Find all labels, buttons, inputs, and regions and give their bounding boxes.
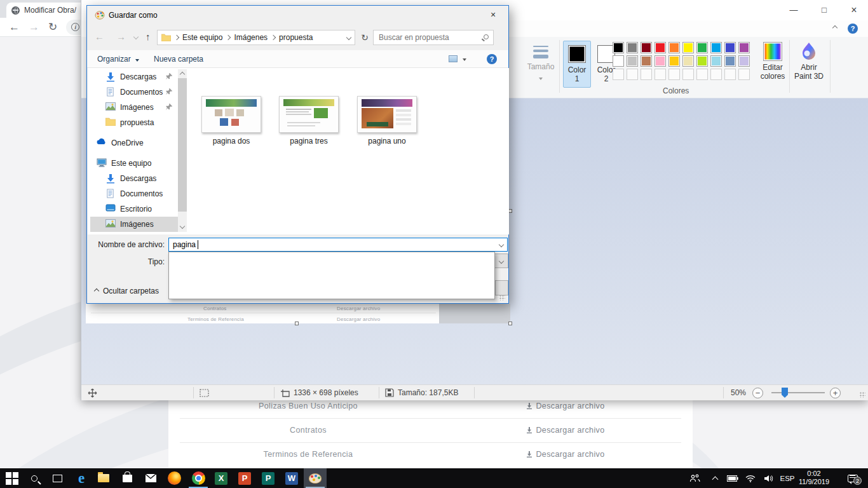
- nav-scrollbar[interactable]: [178, 69, 187, 232]
- taskbar-excel[interactable]: X: [210, 468, 233, 488]
- file-item-pagina-tres[interactable]: pagina tres: [271, 96, 347, 146]
- zoom-out-button[interactable]: −: [752, 385, 763, 400]
- save-button-edge[interactable]: [495, 280, 508, 295]
- breadcrumb-item[interactable]: propuesta: [279, 33, 313, 42]
- refresh-button[interactable]: ↻: [358, 30, 372, 45]
- taskbar-mail[interactable]: [139, 468, 162, 488]
- palette-color[interactable]: [710, 55, 722, 67]
- zoom-in-button[interactable]: +: [830, 385, 841, 400]
- zoom-slider-thumb[interactable]: [782, 388, 788, 398]
- canvas-resize-handle[interactable]: [295, 322, 299, 325]
- palette-color[interactable]: [738, 55, 750, 67]
- download-link[interactable]: Descargar archivo: [467, 450, 664, 459]
- palette-color[interactable]: [738, 42, 750, 53]
- palette-color[interactable]: [641, 55, 652, 67]
- close-icon[interactable]: ×: [480, 6, 506, 24]
- scroll-up-icon[interactable]: [180, 72, 185, 77]
- palette-color[interactable]: [627, 42, 638, 53]
- palette-color[interactable]: [627, 55, 638, 67]
- breadcrumb[interactable]: Este equipo Imágenes propuesta: [157, 30, 355, 45]
- address-dropdown-icon[interactable]: [346, 35, 351, 40]
- action-center-button[interactable]: 2: [843, 468, 863, 488]
- taskbar-file-explorer[interactable]: [92, 468, 115, 488]
- palette-color[interactable]: [654, 42, 666, 53]
- palette-color[interactable]: [641, 42, 652, 53]
- tray-clock[interactable]: 0:02 11/9/2019: [791, 470, 837, 486]
- organize-button[interactable]: Organizar: [97, 55, 139, 64]
- palette-color[interactable]: [668, 55, 680, 67]
- breadcrumb-item[interactable]: Este equipo: [182, 33, 222, 42]
- filename-dropdown-icon[interactable]: [499, 242, 504, 247]
- sidebar-item-este-equipo[interactable]: Este equipo: [90, 156, 179, 171]
- filename-input[interactable]: pagina: [168, 238, 508, 252]
- download-link[interactable]: Descargar archivo: [467, 402, 664, 410]
- sidebar-item-onedrive[interactable]: OneDrive: [90, 135, 179, 151]
- browser-back-button[interactable]: ←: [9, 22, 20, 32]
- help-icon[interactable]: ?: [848, 24, 858, 34]
- new-folder-button[interactable]: Nueva carpeta: [154, 55, 203, 64]
- browser-reload-button[interactable]: ↻: [48, 22, 57, 32]
- palette-color[interactable]: [682, 55, 694, 67]
- palette-empty-cell[interactable]: [724, 69, 736, 80]
- task-view-button[interactable]: [46, 468, 69, 488]
- up-button[interactable]: ↑: [146, 31, 151, 42]
- taskbar-powerpoint[interactable]: P: [233, 468, 256, 488]
- palette-empty-cell[interactable]: [627, 69, 638, 80]
- minimize-button[interactable]: —: [779, 0, 808, 20]
- scroll-down-icon[interactable]: [180, 224, 185, 229]
- hide-folders-button[interactable]: Ocultar carpetas: [95, 287, 159, 295]
- download-link[interactable]: Descargar archivo: [467, 426, 664, 435]
- tray-volume[interactable]: [760, 468, 776, 488]
- sidebar-item-imagenes-2[interactable]: Imágenes: [90, 217, 179, 232]
- sidebar-item-imagenes[interactable]: Imágenes: [90, 100, 179, 115]
- scrollbar-thumb[interactable]: [178, 78, 187, 212]
- collapse-ribbon-icon[interactable]: [832, 25, 837, 30]
- view-mode-button[interactable]: [449, 54, 468, 64]
- palette-empty-cell[interactable]: [613, 69, 624, 80]
- sidebar-item-documentos-2[interactable]: Documentos: [90, 186, 179, 201]
- palette-empty-cell[interactable]: [668, 69, 680, 80]
- page-info-icon[interactable]: i: [71, 23, 79, 31]
- dialog-help-icon[interactable]: ?: [487, 54, 497, 64]
- taskbar-paint[interactable]: [304, 468, 327, 488]
- taskbar-word[interactable]: W: [280, 468, 303, 488]
- taskbar-search-button[interactable]: [23, 468, 46, 488]
- palette-empty-cell[interactable]: [696, 69, 708, 80]
- palette-color[interactable]: [682, 42, 694, 53]
- forward-button[interactable]: →: [116, 31, 126, 42]
- open-paint3d-button[interactable]: Abrir Paint 3D: [790, 42, 827, 93]
- window-resize-grip[interactable]: [860, 392, 865, 398]
- tray-network[interactable]: [742, 468, 759, 488]
- palette-color[interactable]: [613, 55, 624, 67]
- palette-color[interactable]: [613, 42, 624, 53]
- taskbar-chrome[interactable]: [187, 468, 210, 488]
- file-item-pagina-dos[interactable]: pagina dos: [193, 96, 269, 146]
- taskbar-publisher[interactable]: P: [257, 468, 280, 488]
- dialog-resize-grip[interactable]: [499, 295, 505, 301]
- palette-color[interactable]: [668, 42, 680, 53]
- taskbar-edge[interactable]: e: [70, 468, 93, 488]
- size-button[interactable]: Tamaño: [525, 41, 557, 93]
- filetype-dropdown-button[interactable]: [494, 254, 508, 268]
- sidebar-item-descargas[interactable]: Descargas: [90, 69, 179, 85]
- maximize-button[interactable]: □: [810, 0, 839, 20]
- palette-color[interactable]: [710, 42, 722, 53]
- palette-empty-cell[interactable]: [654, 69, 666, 80]
- canvas-resize-handle[interactable]: [508, 322, 512, 325]
- color1-button[interactable]: Color 1: [563, 41, 591, 88]
- close-icon[interactable]: ×: [839, 0, 868, 20]
- file-item-pagina-uno[interactable]: pagina uno: [349, 96, 425, 146]
- zoom-slider-track[interactable]: [771, 392, 825, 393]
- palette-color[interactable]: [724, 42, 736, 53]
- start-button[interactable]: [0, 468, 23, 488]
- palette-color[interactable]: [696, 55, 708, 67]
- edit-colors-button[interactable]: Editar colores: [756, 42, 789, 92]
- palette-empty-cell[interactable]: [682, 69, 694, 80]
- sidebar-item-documentos[interactable]: Documentos: [90, 85, 179, 100]
- sidebar-item-escritorio[interactable]: Escritorio: [90, 201, 179, 217]
- back-button[interactable]: ←: [95, 31, 104, 42]
- breadcrumb-item[interactable]: Imágenes: [234, 33, 268, 42]
- palette-color[interactable]: [724, 55, 736, 67]
- palette-empty-cell[interactable]: [738, 69, 750, 80]
- browser-forward-button[interactable]: →: [29, 22, 39, 32]
